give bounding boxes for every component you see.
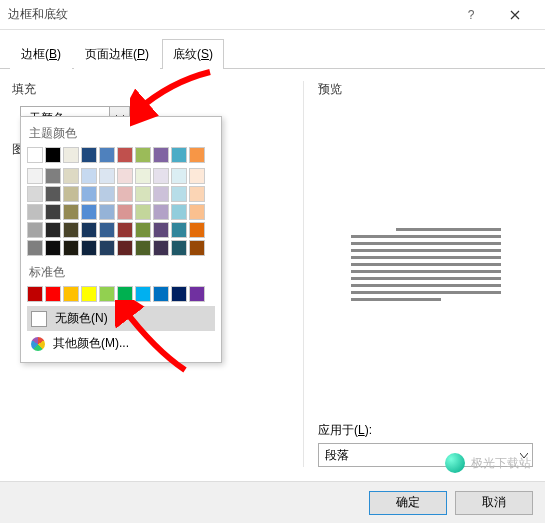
color-swatch[interactable] [153,186,169,202]
color-swatch[interactable] [63,240,79,256]
color-swatch[interactable] [45,286,61,302]
color-swatch[interactable] [45,204,61,220]
color-swatch[interactable] [153,147,169,163]
chevron-down-icon [520,448,528,462]
color-swatch[interactable] [81,168,97,184]
color-swatch[interactable] [135,222,151,238]
more-colors-option[interactable]: 其他颜色(M)... [27,331,215,356]
apply-to-select[interactable]: 段落 [318,443,533,467]
color-swatch[interactable] [81,222,97,238]
color-swatch[interactable] [153,286,169,302]
color-swatch[interactable] [117,186,133,202]
standard-colors-heading: 标准色 [27,262,215,286]
color-swatch[interactable] [189,286,205,302]
close-button[interactable] [493,1,537,29]
color-swatch[interactable] [153,204,169,220]
apply-to-label: 应用于(L): [318,423,372,437]
color-swatch[interactable] [81,240,97,256]
color-swatch[interactable] [45,147,61,163]
color-swatch[interactable] [63,147,79,163]
titlebar: 边框和底纹 ? [0,0,545,30]
tab-shading[interactable]: 底纹(S) [162,39,224,69]
apply-to-row: 应用于(L): 段落 [318,422,533,467]
right-column: 预览 应用于(L): 段落 [303,81,533,467]
color-swatch[interactable] [135,240,151,256]
theme-color-grid [27,168,215,256]
color-swatch[interactable] [171,204,187,220]
color-swatch[interactable] [189,204,205,220]
apply-to-value: 段落 [325,447,349,464]
no-color-option[interactable]: 无颜色(N) [27,306,215,331]
color-swatch[interactable] [63,286,79,302]
color-palette-popup: 主题颜色 标准色 无颜色(N) 其他颜色(M)... [20,116,222,363]
preview-paragraph [351,224,501,305]
color-swatch[interactable] [135,186,151,202]
color-swatch[interactable] [81,204,97,220]
color-swatch[interactable] [27,204,43,220]
color-swatch[interactable] [99,168,115,184]
color-swatch[interactable] [81,147,97,163]
color-swatch[interactable] [99,147,115,163]
standard-color-row [27,286,215,302]
dialog-body: 填充 无颜色 图 主题颜色 标准色 无颜色(N) 其他颜色(M)... [0,69,545,479]
color-swatch[interactable] [117,168,133,184]
close-icon [510,10,520,20]
color-swatch[interactable] [99,204,115,220]
color-swatch[interactable] [135,168,151,184]
color-swatch[interactable] [63,186,79,202]
preview-label: 预览 [318,81,533,98]
color-swatch[interactable] [27,286,43,302]
color-swatch[interactable] [171,186,187,202]
color-swatch[interactable] [171,168,187,184]
color-swatch[interactable] [117,286,133,302]
color-swatch[interactable] [171,147,187,163]
color-swatch[interactable] [135,204,151,220]
fill-label: 填充 [12,81,291,98]
color-swatch[interactable] [189,186,205,202]
color-swatch[interactable] [117,222,133,238]
tab-border[interactable]: 边框(B) [10,39,72,69]
color-swatch[interactable] [117,147,133,163]
color-swatch[interactable] [45,186,61,202]
color-swatch[interactable] [45,222,61,238]
color-swatch[interactable] [171,286,187,302]
color-swatch[interactable] [135,147,151,163]
color-swatch[interactable] [153,168,169,184]
color-swatch[interactable] [135,286,151,302]
ok-button[interactable]: 确定 [369,491,447,515]
color-swatch[interactable] [189,240,205,256]
color-swatch[interactable] [27,168,43,184]
cancel-button[interactable]: 取消 [455,491,533,515]
color-swatch[interactable] [171,240,187,256]
color-swatch[interactable] [99,222,115,238]
color-swatch[interactable] [27,186,43,202]
color-swatch[interactable] [99,240,115,256]
tab-strip: 边框(B) 页面边框(P) 底纹(S) [0,30,545,69]
color-swatch[interactable] [81,286,97,302]
color-swatch[interactable] [45,240,61,256]
color-swatch[interactable] [117,240,133,256]
help-button[interactable]: ? [449,1,493,29]
color-swatch[interactable] [189,168,205,184]
color-swatch[interactable] [189,222,205,238]
theme-colors-heading: 主题颜色 [27,123,215,147]
tab-page-border[interactable]: 页面边框(P) [74,39,160,69]
left-column: 填充 无颜色 图 主题颜色 标准色 无颜色(N) 其他颜色(M)... [12,81,291,467]
color-swatch[interactable] [171,222,187,238]
color-swatch[interactable] [81,186,97,202]
color-swatch[interactable] [63,204,79,220]
color-swatch[interactable] [117,204,133,220]
color-swatch[interactable] [27,222,43,238]
color-swatch[interactable] [99,286,115,302]
color-swatch[interactable] [27,240,43,256]
color-swatch[interactable] [99,186,115,202]
color-swatch[interactable] [153,222,169,238]
color-swatch[interactable] [153,240,169,256]
color-swatch[interactable] [63,222,79,238]
color-swatch[interactable] [189,147,205,163]
color-swatch[interactable] [27,147,43,163]
color-swatch[interactable] [63,168,79,184]
preview-area [318,106,533,422]
color-swatch[interactable] [45,168,61,184]
color-wheel-icon [31,337,45,351]
